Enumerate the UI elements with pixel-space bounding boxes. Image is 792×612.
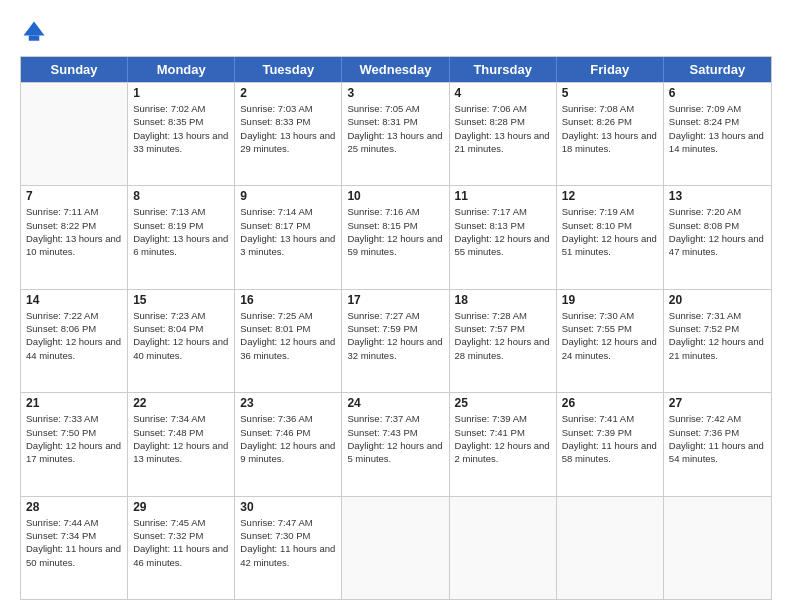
calendar-cell: 8Sunrise: 7:13 AMSunset: 8:19 PMDaylight… xyxy=(128,186,235,288)
calendar-cell: 25Sunrise: 7:39 AMSunset: 7:41 PMDayligh… xyxy=(450,393,557,495)
calendar-cell: 2Sunrise: 7:03 AMSunset: 8:33 PMDaylight… xyxy=(235,83,342,185)
calendar-cell: 20Sunrise: 7:31 AMSunset: 7:52 PMDayligh… xyxy=(664,290,771,392)
calendar-cell xyxy=(450,497,557,599)
calendar-cell: 24Sunrise: 7:37 AMSunset: 7:43 PMDayligh… xyxy=(342,393,449,495)
day-number: 21 xyxy=(26,396,122,410)
calendar-cell: 26Sunrise: 7:41 AMSunset: 7:39 PMDayligh… xyxy=(557,393,664,495)
calendar-week-3: 14Sunrise: 7:22 AMSunset: 8:06 PMDayligh… xyxy=(21,289,771,392)
day-info: Sunrise: 7:28 AMSunset: 7:57 PMDaylight:… xyxy=(455,309,551,362)
calendar-cell: 28Sunrise: 7:44 AMSunset: 7:34 PMDayligh… xyxy=(21,497,128,599)
calendar-body: 1Sunrise: 7:02 AMSunset: 8:35 PMDaylight… xyxy=(21,82,771,599)
calendar-cell: 1Sunrise: 7:02 AMSunset: 8:35 PMDaylight… xyxy=(128,83,235,185)
day-info: Sunrise: 7:47 AMSunset: 7:30 PMDaylight:… xyxy=(240,516,336,569)
day-info: Sunrise: 7:09 AMSunset: 8:24 PMDaylight:… xyxy=(669,102,766,155)
day-info: Sunrise: 7:11 AMSunset: 8:22 PMDaylight:… xyxy=(26,205,122,258)
calendar-cell: 10Sunrise: 7:16 AMSunset: 8:15 PMDayligh… xyxy=(342,186,449,288)
day-number: 15 xyxy=(133,293,229,307)
day-number: 28 xyxy=(26,500,122,514)
calendar-cell: 18Sunrise: 7:28 AMSunset: 7:57 PMDayligh… xyxy=(450,290,557,392)
day-info: Sunrise: 7:25 AMSunset: 8:01 PMDaylight:… xyxy=(240,309,336,362)
day-info: Sunrise: 7:02 AMSunset: 8:35 PMDaylight:… xyxy=(133,102,229,155)
calendar-week-4: 21Sunrise: 7:33 AMSunset: 7:50 PMDayligh… xyxy=(21,392,771,495)
day-info: Sunrise: 7:06 AMSunset: 8:28 PMDaylight:… xyxy=(455,102,551,155)
day-number: 8 xyxy=(133,189,229,203)
calendar-cell xyxy=(557,497,664,599)
logo xyxy=(20,18,52,46)
calendar-cell: 5Sunrise: 7:08 AMSunset: 8:26 PMDaylight… xyxy=(557,83,664,185)
calendar-cell: 4Sunrise: 7:06 AMSunset: 8:28 PMDaylight… xyxy=(450,83,557,185)
day-number: 22 xyxy=(133,396,229,410)
day-info: Sunrise: 7:30 AMSunset: 7:55 PMDaylight:… xyxy=(562,309,658,362)
logo-icon xyxy=(20,18,48,46)
calendar-cell: 12Sunrise: 7:19 AMSunset: 8:10 PMDayligh… xyxy=(557,186,664,288)
day-number: 25 xyxy=(455,396,551,410)
day-number: 30 xyxy=(240,500,336,514)
calendar-week-5: 28Sunrise: 7:44 AMSunset: 7:34 PMDayligh… xyxy=(21,496,771,599)
day-number: 1 xyxy=(133,86,229,100)
day-info: Sunrise: 7:44 AMSunset: 7:34 PMDaylight:… xyxy=(26,516,122,569)
calendar-cell: 30Sunrise: 7:47 AMSunset: 7:30 PMDayligh… xyxy=(235,497,342,599)
calendar-header-wednesday: Wednesday xyxy=(342,57,449,82)
day-number: 19 xyxy=(562,293,658,307)
day-number: 14 xyxy=(26,293,122,307)
day-number: 4 xyxy=(455,86,551,100)
day-number: 17 xyxy=(347,293,443,307)
calendar-cell: 11Sunrise: 7:17 AMSunset: 8:13 PMDayligh… xyxy=(450,186,557,288)
day-number: 27 xyxy=(669,396,766,410)
calendar-cell: 17Sunrise: 7:27 AMSunset: 7:59 PMDayligh… xyxy=(342,290,449,392)
day-info: Sunrise: 7:33 AMSunset: 7:50 PMDaylight:… xyxy=(26,412,122,465)
day-number: 18 xyxy=(455,293,551,307)
day-number: 3 xyxy=(347,86,443,100)
page: SundayMondayTuesdayWednesdayThursdayFrid… xyxy=(0,0,792,612)
calendar-cell: 14Sunrise: 7:22 AMSunset: 8:06 PMDayligh… xyxy=(21,290,128,392)
day-info: Sunrise: 7:39 AMSunset: 7:41 PMDaylight:… xyxy=(455,412,551,465)
calendar-cell: 9Sunrise: 7:14 AMSunset: 8:17 PMDaylight… xyxy=(235,186,342,288)
day-info: Sunrise: 7:20 AMSunset: 8:08 PMDaylight:… xyxy=(669,205,766,258)
day-info: Sunrise: 7:41 AMSunset: 7:39 PMDaylight:… xyxy=(562,412,658,465)
day-info: Sunrise: 7:19 AMSunset: 8:10 PMDaylight:… xyxy=(562,205,658,258)
day-info: Sunrise: 7:03 AMSunset: 8:33 PMDaylight:… xyxy=(240,102,336,155)
calendar-cell: 22Sunrise: 7:34 AMSunset: 7:48 PMDayligh… xyxy=(128,393,235,495)
day-number: 13 xyxy=(669,189,766,203)
day-info: Sunrise: 7:08 AMSunset: 8:26 PMDaylight:… xyxy=(562,102,658,155)
day-info: Sunrise: 7:36 AMSunset: 7:46 PMDaylight:… xyxy=(240,412,336,465)
calendar-header-saturday: Saturday xyxy=(664,57,771,82)
svg-rect-1 xyxy=(29,36,40,41)
day-info: Sunrise: 7:27 AMSunset: 7:59 PMDaylight:… xyxy=(347,309,443,362)
calendar-header-monday: Monday xyxy=(128,57,235,82)
day-info: Sunrise: 7:16 AMSunset: 8:15 PMDaylight:… xyxy=(347,205,443,258)
day-info: Sunrise: 7:17 AMSunset: 8:13 PMDaylight:… xyxy=(455,205,551,258)
day-info: Sunrise: 7:14 AMSunset: 8:17 PMDaylight:… xyxy=(240,205,336,258)
calendar-cell xyxy=(664,497,771,599)
calendar-header-thursday: Thursday xyxy=(450,57,557,82)
calendar-header-tuesday: Tuesday xyxy=(235,57,342,82)
calendar-header-row: SundayMondayTuesdayWednesdayThursdayFrid… xyxy=(21,57,771,82)
day-number: 2 xyxy=(240,86,336,100)
calendar: SundayMondayTuesdayWednesdayThursdayFrid… xyxy=(20,56,772,600)
day-number: 29 xyxy=(133,500,229,514)
calendar-cell: 7Sunrise: 7:11 AMSunset: 8:22 PMDaylight… xyxy=(21,186,128,288)
svg-marker-0 xyxy=(24,22,45,36)
day-number: 5 xyxy=(562,86,658,100)
day-number: 20 xyxy=(669,293,766,307)
calendar-cell: 21Sunrise: 7:33 AMSunset: 7:50 PMDayligh… xyxy=(21,393,128,495)
day-info: Sunrise: 7:23 AMSunset: 8:04 PMDaylight:… xyxy=(133,309,229,362)
calendar-cell: 19Sunrise: 7:30 AMSunset: 7:55 PMDayligh… xyxy=(557,290,664,392)
day-info: Sunrise: 7:05 AMSunset: 8:31 PMDaylight:… xyxy=(347,102,443,155)
calendar-cell: 29Sunrise: 7:45 AMSunset: 7:32 PMDayligh… xyxy=(128,497,235,599)
calendar-header-friday: Friday xyxy=(557,57,664,82)
day-info: Sunrise: 7:34 AMSunset: 7:48 PMDaylight:… xyxy=(133,412,229,465)
day-number: 26 xyxy=(562,396,658,410)
day-number: 24 xyxy=(347,396,443,410)
day-number: 6 xyxy=(669,86,766,100)
calendar-week-1: 1Sunrise: 7:02 AMSunset: 8:35 PMDaylight… xyxy=(21,82,771,185)
day-info: Sunrise: 7:13 AMSunset: 8:19 PMDaylight:… xyxy=(133,205,229,258)
calendar-cell: 16Sunrise: 7:25 AMSunset: 8:01 PMDayligh… xyxy=(235,290,342,392)
day-number: 12 xyxy=(562,189,658,203)
day-info: Sunrise: 7:45 AMSunset: 7:32 PMDaylight:… xyxy=(133,516,229,569)
day-number: 11 xyxy=(455,189,551,203)
header xyxy=(20,18,772,46)
day-info: Sunrise: 7:42 AMSunset: 7:36 PMDaylight:… xyxy=(669,412,766,465)
calendar-cell: 13Sunrise: 7:20 AMSunset: 8:08 PMDayligh… xyxy=(664,186,771,288)
day-number: 10 xyxy=(347,189,443,203)
